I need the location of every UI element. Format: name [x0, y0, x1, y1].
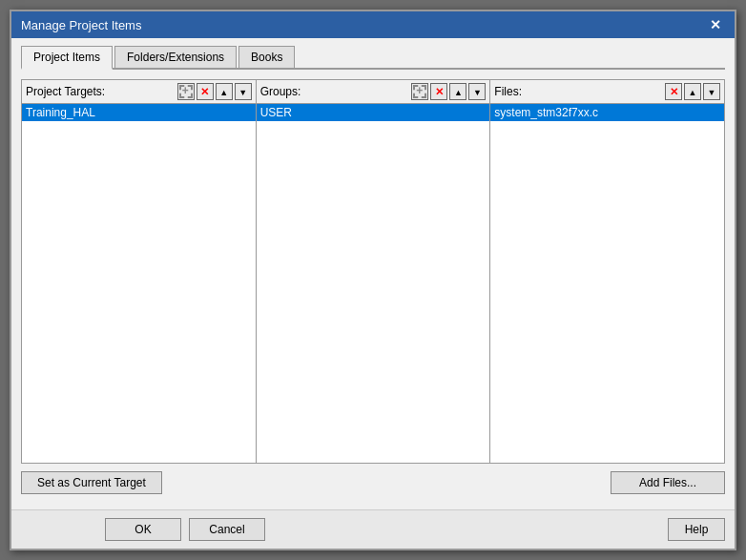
move-file-down-button[interactable] [703, 83, 720, 100]
groups-label: Groups: [260, 85, 410, 98]
groups-header: Groups: ✕ [257, 80, 490, 104]
add-group-icon [413, 85, 426, 98]
add-group-button[interactable] [411, 83, 428, 100]
arrow-down-icon [238, 87, 247, 97]
arrow-down-group-icon [473, 87, 482, 97]
project-targets-header: Project Targets: ✕ [22, 80, 256, 104]
groups-list: USER [257, 104, 490, 463]
files-list: system_stm32f7xx.c [490, 104, 724, 463]
footer: OK Cancel Help [11, 509, 735, 549]
delete-file-icon: ✕ [670, 86, 678, 98]
list-item[interactable]: Training_HAL [22, 104, 256, 121]
list-item[interactable]: USER [257, 104, 490, 121]
tab-books[interactable]: Books [238, 46, 295, 68]
files-column: Files: ✕ system_stm32f7xx.c [490, 80, 724, 463]
tabs-container: Project Items Folders/Extensions Books [21, 46, 725, 70]
set-current-target-button[interactable]: Set as Current Target [21, 471, 162, 494]
move-target-down-button[interactable] [235, 83, 252, 100]
project-targets-column: Project Targets: ✕ Training_HAL [22, 80, 257, 463]
footer-left-spacer [21, 518, 97, 541]
files-label: Files: [494, 85, 663, 98]
manage-project-items-dialog: Manage Project Items ✕ Project Items Fol… [10, 10, 736, 550]
dialog-title: Manage Project Items [21, 18, 141, 32]
delete-group-icon: ✕ [435, 86, 444, 98]
project-targets-label: Project Targets: [26, 85, 176, 98]
tab-folders-extensions[interactable]: Folders/Extensions [114, 46, 237, 68]
add-files-button[interactable]: Add Files... [611, 471, 725, 494]
move-file-up-button[interactable] [684, 83, 701, 100]
add-target-button[interactable] [177, 83, 195, 100]
files-header: Files: ✕ [490, 80, 724, 104]
title-bar: Manage Project Items ✕ [11, 11, 735, 38]
close-button[interactable]: ✕ [706, 17, 725, 32]
arrow-up-icon [219, 87, 228, 97]
delete-file-button[interactable]: ✕ [665, 83, 682, 100]
project-targets-list: Training_HAL [22, 104, 256, 463]
list-item[interactable]: system_stm32f7xx.c [490, 104, 724, 121]
cancel-button[interactable]: Cancel [189, 518, 265, 541]
arrow-down-file-icon [708, 87, 716, 97]
move-target-up-button[interactable] [216, 83, 233, 100]
delete-target-button[interactable]: ✕ [197, 83, 214, 100]
move-group-down-button[interactable] [468, 83, 486, 100]
groups-column: Groups: ✕ USER [257, 80, 491, 463]
delete-group-button[interactable]: ✕ [430, 83, 447, 100]
arrow-up-file-icon [689, 87, 697, 97]
footer-buttons: OK Cancel [105, 518, 265, 541]
ok-button[interactable]: OK [105, 518, 181, 541]
dialog-body: Project Items Folders/Extensions Books P… [11, 38, 735, 509]
add-target-icon [179, 85, 193, 98]
move-group-up-button[interactable] [449, 83, 466, 100]
help-button[interactable]: Help [668, 518, 725, 541]
tab-project-items[interactable]: Project Items [21, 46, 113, 70]
arrow-up-group-icon [454, 87, 463, 97]
bottom-buttons: Set as Current Target Add Files... [21, 471, 725, 494]
columns-area: Project Targets: ✕ Training_HAL [21, 79, 725, 464]
delete-target-icon: ✕ [200, 86, 209, 98]
